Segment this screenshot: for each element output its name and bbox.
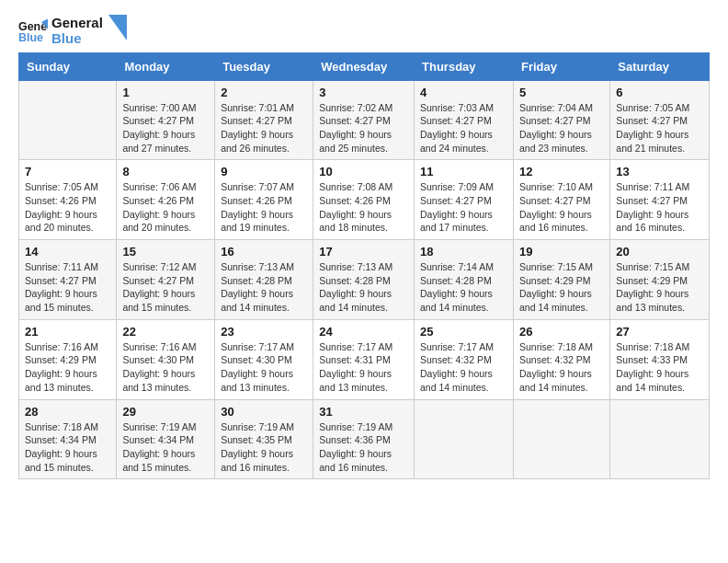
day-number: 24 <box>319 325 408 339</box>
day-number: 8 <box>122 165 209 178</box>
calendar-cell: 3Sunrise: 7:02 AMSunset: 4:27 PMDaylight… <box>313 80 415 160</box>
day-info: Sunrise: 7:03 AMSunset: 4:27 PMDaylight:… <box>420 101 507 155</box>
day-info: Sunrise: 7:07 AMSunset: 4:26 PMDaylight:… <box>221 180 307 235</box>
calendar-cell: 27Sunrise: 7:18 AMSunset: 4:33 PMDayligh… <box>610 319 710 399</box>
calendar-cell: 21Sunrise: 7:16 AMSunset: 4:29 PMDayligh… <box>19 319 117 399</box>
calendar-cell: 13Sunrise: 7:11 AMSunset: 4:27 PMDayligh… <box>610 160 710 240</box>
svg-marker-3 <box>108 15 127 40</box>
day-number: 13 <box>616 165 703 178</box>
day-number: 18 <box>420 245 507 259</box>
calendar-week-row: 14Sunrise: 7:11 AMSunset: 4:27 PMDayligh… <box>19 240 710 320</box>
calendar-cell: 10Sunrise: 7:08 AMSunset: 4:26 PMDayligh… <box>313 160 415 240</box>
day-number: 3 <box>319 86 408 99</box>
day-info: Sunrise: 7:05 AMSunset: 4:27 PMDaylight:… <box>616 101 703 155</box>
calendar-cell: 1Sunrise: 7:00 AMSunset: 4:27 PMDaylight… <box>117 80 215 160</box>
day-info: Sunrise: 7:10 AMSunset: 4:27 PMDaylight:… <box>519 180 604 235</box>
day-info: Sunrise: 7:08 AMSunset: 4:26 PMDaylight:… <box>319 180 408 235</box>
calendar-cell: 22Sunrise: 7:16 AMSunset: 4:30 PMDayligh… <box>117 319 215 399</box>
day-number: 23 <box>221 325 307 339</box>
day-info: Sunrise: 7:01 AMSunset: 4:27 PMDaylight:… <box>221 101 307 155</box>
calendar-cell: 11Sunrise: 7:09 AMSunset: 4:27 PMDayligh… <box>415 160 514 240</box>
day-info: Sunrise: 7:11 AMSunset: 4:27 PMDaylight:… <box>25 260 110 315</box>
calendar-cell: 25Sunrise: 7:17 AMSunset: 4:32 PMDayligh… <box>415 319 514 399</box>
day-number: 16 <box>221 245 307 259</box>
day-info: Sunrise: 7:04 AMSunset: 4:27 PMDaylight:… <box>519 101 604 155</box>
day-number: 17 <box>319 245 408 259</box>
calendar-cell: 17Sunrise: 7:13 AMSunset: 4:28 PMDayligh… <box>313 240 415 320</box>
calendar-cell: 20Sunrise: 7:15 AMSunset: 4:29 PMDayligh… <box>610 240 710 320</box>
day-number: 2 <box>221 86 307 99</box>
day-info: Sunrise: 7:00 AMSunset: 4:27 PMDaylight:… <box>122 101 209 155</box>
day-number: 29 <box>122 405 209 419</box>
day-number: 12 <box>519 165 604 178</box>
day-info: Sunrise: 7:15 AMSunset: 4:29 PMDaylight:… <box>616 260 703 315</box>
day-info: Sunrise: 7:09 AMSunset: 4:27 PMDaylight:… <box>420 180 507 235</box>
calendar-cell <box>610 399 710 479</box>
calendar-cell: 23Sunrise: 7:17 AMSunset: 4:30 PMDayligh… <box>215 319 313 399</box>
day-info: Sunrise: 7:02 AMSunset: 4:27 PMDaylight:… <box>319 101 408 155</box>
weekday-header-tuesday: Tuesday <box>215 52 313 80</box>
day-info: Sunrise: 7:17 AMSunset: 4:30 PMDaylight:… <box>221 340 307 395</box>
calendar-cell: 28Sunrise: 7:18 AMSunset: 4:34 PMDayligh… <box>19 399 117 479</box>
weekday-header-monday: Monday <box>117 52 215 80</box>
calendar-cell: 7Sunrise: 7:05 AMSunset: 4:26 PMDaylight… <box>19 160 117 240</box>
day-info: Sunrise: 7:18 AMSunset: 4:33 PMDaylight:… <box>616 340 703 395</box>
day-number: 6 <box>616 86 703 99</box>
day-number: 10 <box>319 165 408 178</box>
logo: General Blue General Blue <box>18 15 127 47</box>
day-number: 26 <box>519 325 604 339</box>
logo-icon: General Blue <box>18 16 48 45</box>
calendar-cell: 2Sunrise: 7:01 AMSunset: 4:27 PMDaylight… <box>215 80 313 160</box>
calendar-cell: 26Sunrise: 7:18 AMSunset: 4:32 PMDayligh… <box>513 319 609 399</box>
day-number: 4 <box>420 86 507 99</box>
day-info: Sunrise: 7:14 AMSunset: 4:28 PMDaylight:… <box>420 260 507 315</box>
calendar-cell <box>415 399 514 479</box>
day-info: Sunrise: 7:18 AMSunset: 4:32 PMDaylight:… <box>519 340 604 395</box>
calendar-cell: 15Sunrise: 7:12 AMSunset: 4:27 PMDayligh… <box>117 240 215 320</box>
calendar-cell: 24Sunrise: 7:17 AMSunset: 4:31 PMDayligh… <box>313 319 415 399</box>
calendar-cell: 30Sunrise: 7:19 AMSunset: 4:35 PMDayligh… <box>215 399 313 479</box>
calendar-week-row: 1Sunrise: 7:00 AMSunset: 4:27 PMDaylight… <box>19 80 710 160</box>
calendar-cell: 16Sunrise: 7:13 AMSunset: 4:28 PMDayligh… <box>215 240 313 320</box>
weekday-header-wednesday: Wednesday <box>313 52 415 80</box>
calendar-cell: 31Sunrise: 7:19 AMSunset: 4:36 PMDayligh… <box>313 399 415 479</box>
day-info: Sunrise: 7:17 AMSunset: 4:31 PMDaylight:… <box>319 340 408 395</box>
weekday-header-thursday: Thursday <box>415 52 514 80</box>
logo-general: General <box>51 15 103 30</box>
day-info: Sunrise: 7:19 AMSunset: 4:34 PMDaylight:… <box>122 420 209 475</box>
calendar-cell: 14Sunrise: 7:11 AMSunset: 4:27 PMDayligh… <box>19 240 117 320</box>
day-info: Sunrise: 7:19 AMSunset: 4:36 PMDaylight:… <box>319 420 408 475</box>
day-info: Sunrise: 7:13 AMSunset: 4:28 PMDaylight:… <box>319 260 408 315</box>
day-number: 5 <box>519 86 604 99</box>
day-info: Sunrise: 7:05 AMSunset: 4:26 PMDaylight:… <box>25 180 110 235</box>
day-info: Sunrise: 7:16 AMSunset: 4:29 PMDaylight:… <box>25 340 110 395</box>
day-number: 31 <box>319 405 408 419</box>
calendar-cell: 19Sunrise: 7:15 AMSunset: 4:29 PMDayligh… <box>513 240 609 320</box>
calendar-cell: 5Sunrise: 7:04 AMSunset: 4:27 PMDaylight… <box>513 80 609 160</box>
day-info: Sunrise: 7:15 AMSunset: 4:29 PMDaylight:… <box>519 260 604 315</box>
calendar-cell: 6Sunrise: 7:05 AMSunset: 4:27 PMDaylight… <box>610 80 710 160</box>
logo-blue: Blue <box>51 30 103 46</box>
day-number: 19 <box>519 245 604 259</box>
day-number: 14 <box>25 245 110 259</box>
calendar-cell: 8Sunrise: 7:06 AMSunset: 4:26 PMDaylight… <box>117 160 215 240</box>
day-number: 11 <box>420 165 507 178</box>
calendar-cell: 4Sunrise: 7:03 AMSunset: 4:27 PMDaylight… <box>415 80 514 160</box>
day-info: Sunrise: 7:11 AMSunset: 4:27 PMDaylight:… <box>616 180 703 235</box>
day-info: Sunrise: 7:18 AMSunset: 4:34 PMDaylight:… <box>25 420 110 475</box>
calendar-cell <box>513 399 609 479</box>
weekday-header-saturday: Saturday <box>610 52 710 80</box>
day-info: Sunrise: 7:06 AMSunset: 4:26 PMDaylight:… <box>122 180 209 235</box>
day-number: 20 <box>616 245 703 259</box>
calendar-cell: 12Sunrise: 7:10 AMSunset: 4:27 PMDayligh… <box>513 160 609 240</box>
calendar-cell: 18Sunrise: 7:14 AMSunset: 4:28 PMDayligh… <box>415 240 514 320</box>
day-info: Sunrise: 7:12 AMSunset: 4:27 PMDaylight:… <box>122 260 209 315</box>
day-number: 30 <box>221 405 307 419</box>
day-number: 15 <box>122 245 209 259</box>
day-info: Sunrise: 7:19 AMSunset: 4:35 PMDaylight:… <box>221 420 307 475</box>
calendar-header-row: SundayMondayTuesdayWednesdayThursdayFrid… <box>19 52 710 80</box>
calendar-week-row: 28Sunrise: 7:18 AMSunset: 4:34 PMDayligh… <box>19 399 710 479</box>
day-info: Sunrise: 7:16 AMSunset: 4:30 PMDaylight:… <box>122 340 209 395</box>
page-header: General Blue General Blue <box>18 15 710 47</box>
day-number: 22 <box>122 325 209 339</box>
